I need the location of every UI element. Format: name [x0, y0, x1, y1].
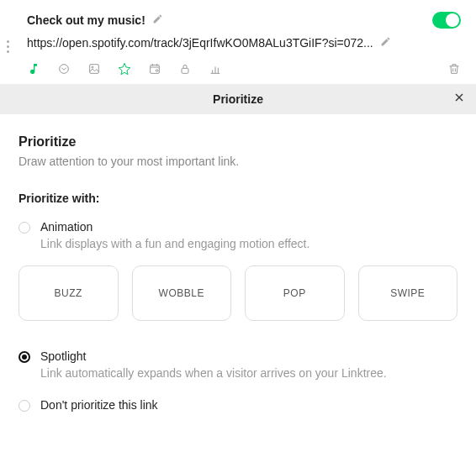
section-subtitle: Draw attention to your most important li…: [19, 155, 457, 168]
radio-desc: Link automatically expands when a visito…: [40, 366, 387, 380]
lock-icon[interactable]: [178, 62, 192, 76]
radio-circle[interactable]: [19, 400, 30, 412]
prioritize-with-label: Prioritize with:: [19, 192, 457, 205]
radio-circle[interactable]: [19, 222, 30, 234]
prioritize-banner: Prioritize: [0, 84, 476, 114]
radio-label: Animation: [40, 220, 309, 234]
radio-label: Spotlight: [40, 349, 387, 363]
animation-option-buzz[interactable]: BUZZ: [19, 265, 119, 321]
section-title: Prioritize: [19, 134, 457, 150]
drag-handle[interactable]: [7, 40, 9, 53]
svg-point-4: [156, 70, 158, 72]
animation-option-swipe[interactable]: SWIPE: [358, 265, 458, 321]
pencil-icon[interactable]: [152, 13, 163, 28]
analytics-icon[interactable]: [209, 62, 222, 76]
animation-option-pop[interactable]: POP: [245, 265, 345, 321]
schedule-icon[interactable]: [148, 62, 161, 76]
radio-none[interactable]: Don't prioritize this link: [19, 398, 457, 412]
prioritize-section: Prioritize Draw attention to your most i…: [0, 114, 476, 432]
svg-point-0: [60, 65, 69, 74]
svg-rect-5: [182, 68, 188, 73]
prioritize-icon[interactable]: [118, 62, 131, 76]
close-icon[interactable]: [452, 91, 466, 108]
thumbnail-icon[interactable]: [87, 62, 101, 76]
radio-spotlight[interactable]: Spotlight Link automatically expands whe…: [19, 349, 457, 380]
link-url: https://open.spotify.com/track/3jEqrIfwK…: [27, 36, 373, 50]
animation-options: BUZZ WOBBLE POP SWIPE: [19, 265, 457, 321]
radio-animation[interactable]: Animation Link displays with a fun and e…: [19, 220, 457, 250]
svg-rect-1: [90, 65, 99, 74]
trash-icon[interactable]: [447, 62, 461, 76]
redirect-icon[interactable]: [57, 62, 71, 76]
svg-rect-3: [151, 65, 160, 73]
banner-title: Prioritize: [213, 92, 263, 106]
animation-option-wobble[interactable]: WOBBLE: [132, 265, 232, 321]
music-icon[interactable]: [27, 62, 40, 76]
pencil-icon[interactable]: [380, 35, 391, 50]
radio-label: Don't prioritize this link: [40, 398, 158, 412]
radio-desc: Link displays with a fun and engaging mo…: [40, 237, 309, 250]
link-card: Check out my music! https://open.spotify…: [0, 0, 476, 84]
radio-circle[interactable]: [19, 351, 30, 363]
svg-point-2: [92, 66, 93, 68]
link-title: Check out my music!: [27, 13, 145, 27]
enable-toggle[interactable]: [432, 12, 461, 29]
